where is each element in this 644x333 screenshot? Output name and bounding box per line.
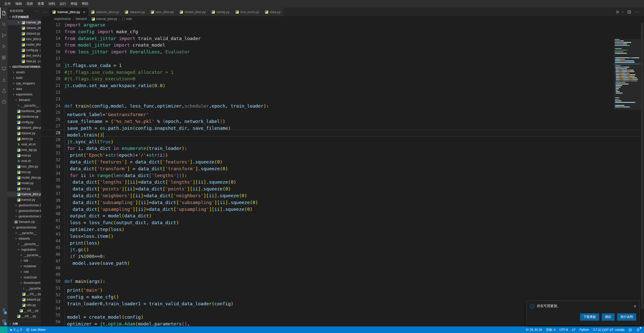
run-and-debug-icon[interactable] bbox=[0, 41, 8, 52]
code-area[interactable]: 12import argparse13from config import ma… bbox=[41, 22, 640, 326]
code-line[interactable]: 23 bbox=[41, 96, 640, 103]
feedback-icon[interactable] bbox=[626, 326, 634, 333]
open-editor-item[interactable]: dataset_jittor.p... bbox=[8, 25, 41, 31]
line-number[interactable]: 54 bbox=[41, 305, 60, 312]
code-line[interactable]: 26save_filename = ('%s_net_%s.pkl' % (ep… bbox=[41, 116, 640, 123]
open-editor-item[interactable]: loss_jittor.pye... bbox=[8, 36, 41, 42]
code-line[interactable]: 46if i%1000==0: bbox=[41, 251, 640, 258]
tree-item[interactable]: modelnet bbox=[8, 263, 41, 269]
code-line[interactable]: 39data_dict['upsampling'][ii]=data_dict[… bbox=[41, 204, 640, 211]
tree-item[interactable]: geotransformer.kit... bbox=[8, 208, 41, 214]
line-number[interactable]: 46 bbox=[41, 251, 60, 258]
line-number[interactable]: 16 bbox=[41, 49, 60, 55]
tree-item[interactable]: config.py bbox=[8, 119, 41, 125]
tree-item[interactable]: trainval_jittor.py bbox=[8, 191, 41, 197]
open-editor-item[interactable]: test_torch.py bbox=[8, 53, 41, 58]
breadcrumb-symbol[interactable]: train bbox=[122, 17, 132, 21]
tree-item[interactable]: registration bbox=[8, 247, 41, 252]
code-line[interactable]: 40output_dict = model(data_dict) bbox=[41, 211, 640, 217]
run-python-file-button[interactable] bbox=[615, 9, 621, 15]
code-line[interactable]: 38data_dict['subsampling'][ii]=data_dict… bbox=[41, 197, 640, 204]
open-editor-item[interactable]: ×trainval_jittor.p... bbox=[8, 20, 41, 25]
tree-item[interactable]: eval.py bbox=[8, 153, 41, 158]
line-number[interactable]: 28 bbox=[41, 130, 60, 137]
line-number[interactable]: 41 bbox=[41, 217, 60, 224]
tab-trainval_jittor-py[interactable]: trainval_jittor.py× bbox=[50, 8, 88, 16]
line-number[interactable]: 27 bbox=[41, 123, 60, 130]
open-editor-item[interactable]: model_jittor.py... bbox=[8, 42, 41, 47]
tree-item[interactable]: test.py bbox=[8, 186, 41, 191]
indentation-status[interactable]: 空格: 4 bbox=[544, 326, 557, 333]
eol-status[interactable]: LF bbox=[570, 326, 578, 333]
tree-item[interactable]: data bbox=[8, 86, 41, 92]
code-line[interactable]: 49 bbox=[41, 271, 640, 278]
line-number[interactable]: 14 bbox=[41, 35, 60, 42]
menu-item[interactable]: 终端 bbox=[68, 1, 79, 7]
code-line[interactable]: 33data_dict['transform'] = data_dict['tr… bbox=[41, 163, 640, 170]
tree-item[interactable]: datasets bbox=[8, 236, 41, 241]
accounts-icon[interactable]: 1 bbox=[0, 304, 8, 315]
python-interpreter-status[interactable]: 3.7.11 ('p37-10': conda) bbox=[591, 326, 626, 333]
line-number[interactable]: 56 bbox=[41, 319, 60, 325]
code-line[interactable]: 29jt.sync_all(True) bbox=[41, 137, 640, 143]
tree-item[interactable]: dataset.py bbox=[8, 130, 41, 136]
code-line[interactable]: 43loss=loss.item() bbox=[41, 231, 640, 238]
code-line[interactable]: 18jt.flags.use_cuda = 1 bbox=[41, 62, 640, 69]
tree-item[interactable]: experiments bbox=[8, 92, 41, 97]
tree-item[interactable]: __pycache__ bbox=[8, 103, 41, 108]
tree-item[interactable]: utils.py bbox=[8, 302, 41, 308]
tree-item[interactable]: __pycache__ bbox=[8, 252, 41, 258]
tree-item[interactable]: 3dmatch bbox=[8, 97, 41, 103]
tree-item[interactable]: dataset_jittor.py bbox=[8, 125, 41, 130]
tree-item[interactable]: 3dmatch.zip bbox=[8, 219, 41, 225]
line-number[interactable]: 45 bbox=[41, 244, 60, 251]
line-number[interactable]: 35 bbox=[41, 177, 60, 184]
code-line[interactable]: 31print('Epoch'+str(epoch)+'/'+str(i)) bbox=[41, 150, 640, 157]
outline-section[interactable]: 大纲 bbox=[8, 321, 41, 326]
menu-item[interactable]: 查看 bbox=[35, 1, 46, 7]
tree-item[interactable]: dataset.py bbox=[8, 297, 41, 302]
explorer-icon[interactable] bbox=[0, 8, 8, 19]
code-line[interactable]: 44print(loss) bbox=[41, 238, 640, 245]
tab-model_jittor-py[interactable]: model_jittor.py bbox=[177, 8, 209, 16]
line-number[interactable]: 53 bbox=[41, 298, 60, 305]
tree-item[interactable]: __init__.py bbox=[8, 313, 41, 319]
vertical-scrollbar[interactable] bbox=[640, 22, 644, 326]
code-line[interactable]: 14from dataset_jittor import train_valid… bbox=[41, 35, 640, 42]
line-number[interactable]: 30 bbox=[41, 143, 60, 150]
notification-button[interactable]: 下载更新 bbox=[580, 313, 599, 321]
line-number[interactable]: 39 bbox=[41, 204, 60, 211]
live-share-icon[interactable] bbox=[0, 96, 8, 107]
menu-item[interactable]: 帮助 bbox=[79, 1, 91, 7]
tree-item[interactable]: backbone_jittor.py bbox=[8, 108, 41, 114]
code-line[interactable]: 17 bbox=[41, 55, 640, 62]
tree-item[interactable]: eval_dgr.py bbox=[8, 147, 41, 153]
open-editor-item[interactable]: dataset.pygeot... bbox=[8, 31, 41, 36]
line-number[interactable]: 51 bbox=[41, 285, 60, 292]
line-number[interactable]: 23 bbox=[41, 96, 60, 103]
project-root-header[interactable]: GEOTRANSFORMER-MAIN bbox=[8, 64, 41, 70]
notifications-bell-icon[interactable] bbox=[634, 326, 642, 333]
cursor-position-status[interactable]: 行 28, 列 18 bbox=[524, 326, 544, 333]
code-line[interactable]: 41loss = loss_func(output_dict, data_dic… bbox=[41, 217, 640, 224]
code-line[interactable]: 19#jt.flags.use_cuda_managed_allocator =… bbox=[41, 69, 640, 76]
tab-config-py[interactable]: config.py bbox=[209, 8, 233, 16]
run-dropdown-icon[interactable] bbox=[621, 9, 624, 15]
code-line[interactable]: 45jt.gc() bbox=[41, 244, 640, 251]
minimap[interactable] bbox=[615, 22, 640, 110]
code-line[interactable]: 25network_label='Geotransformer' bbox=[41, 109, 640, 116]
line-number[interactable]: 19 bbox=[41, 69, 60, 76]
tab-close-icon[interactable]: × bbox=[83, 10, 85, 14]
tab-dataset-py[interactable]: dataset.py bbox=[122, 8, 148, 16]
menu-item[interactable]: 选择 bbox=[24, 1, 35, 7]
encoding-status[interactable]: UTF-8 bbox=[557, 326, 570, 333]
code-line[interactable]: 24def train(config,model, loss_func,opti… bbox=[41, 103, 640, 110]
tree-item[interactable]: threedmatch bbox=[8, 280, 41, 286]
tree-item[interactable]: model.py bbox=[8, 180, 41, 186]
close-icon[interactable]: × bbox=[18, 21, 22, 24]
line-number[interactable]: 55 bbox=[41, 312, 60, 319]
code-line[interactable]: 15from model_jittor import create_model bbox=[41, 42, 640, 49]
line-number[interactable]: 47 bbox=[41, 258, 60, 265]
line-number[interactable]: 50 bbox=[41, 278, 60, 285]
source-control-icon[interactable] bbox=[0, 30, 8, 41]
